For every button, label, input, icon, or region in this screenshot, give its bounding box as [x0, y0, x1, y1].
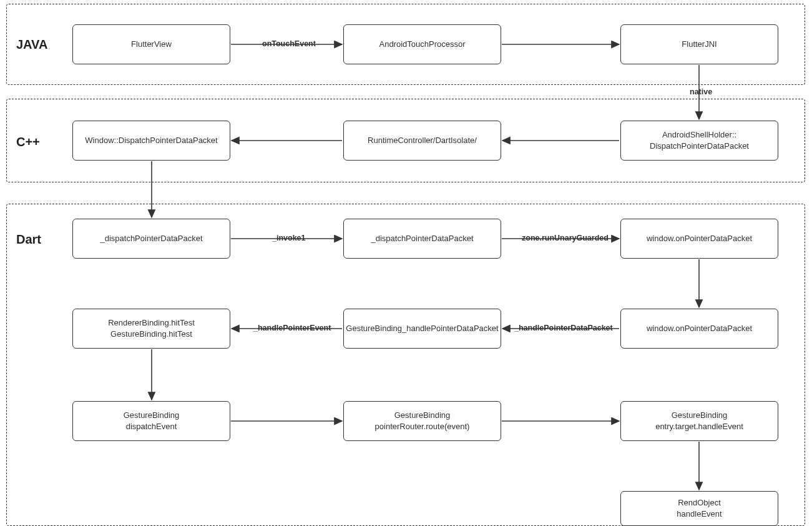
node-androidtouchprocessor: AndroidTouchProcessor: [343, 24, 501, 64]
node-label: RendererBinding.hitTest: [108, 317, 195, 329]
node-label: _dispatchPointerDataPacket: [371, 233, 473, 244]
node-flutterview: FlutterView: [72, 24, 230, 64]
section-java-label: JAVA: [16, 37, 47, 52]
node-gesture-handlepointer: GestureBinding_handlePointerDataPacket: [343, 309, 501, 349]
node-label: AndroidTouchProcessor: [379, 39, 465, 50]
node-label: pointerRouter.route(event): [375, 421, 470, 432]
node-label: dispatchEvent: [126, 421, 177, 432]
edge-label-zone: zone.runUnaryGuarded: [521, 234, 610, 242]
node-gesture-dispatchevent: GestureBinding dispatchEvent: [72, 401, 230, 441]
node-dispatchpointer-1: _dispatchPointerDataPacket: [72, 219, 230, 259]
node-gesture-pointerrouter: GestureBinding pointerRouter.route(event…: [343, 401, 501, 441]
node-label: GestureBinding_handlePointerDataPacket: [346, 323, 498, 334]
node-rendobject-handleevent: RendObject handleEvent: [620, 491, 778, 526]
node-window-onpointer-1: window.onPointerDataPacket: [620, 219, 778, 259]
node-flutterjni: FlutterJNI: [620, 24, 778, 64]
section-cpp-label: C++: [16, 135, 40, 149]
node-runtimecontroller: RuntimeController/DartIsolate/: [343, 121, 501, 161]
node-window-onpointer-2: window.onPointerDataPacket: [620, 309, 778, 349]
edge-label-ontouchevent: onTouchEvent: [261, 39, 317, 48]
node-androidshellholder: AndroidShellHolder:: DispatchPointerData…: [620, 121, 778, 161]
node-label: entry.target.handleEvent: [655, 421, 743, 432]
node-label: handleEvent: [677, 509, 722, 520]
node-label: FlutterView: [131, 39, 172, 50]
edge-label-native: native: [688, 87, 713, 96]
node-label: GestureBinding: [124, 410, 180, 421]
section-dart-label: Dart: [16, 232, 41, 247]
node-label: GestureBinding: [394, 410, 451, 421]
node-label: _dispatchPointerDataPacket: [100, 233, 202, 244]
node-label: Window::DispatchPointerDataPacket: [85, 135, 217, 146]
edge-label-invoke1: _invoke1: [271, 234, 307, 242]
node-gesture-handleevent: GestureBinding entry.target.handleEvent: [620, 401, 778, 441]
node-label: GestureBinding: [672, 410, 728, 421]
node-label: AndroidShellHolder::: [662, 129, 736, 141]
edge-label-handlepointerevent: _handlePointerEvent: [252, 324, 332, 332]
edge-label-handlepointerdatapacket: _handlePointerDataPacket: [513, 324, 614, 332]
node-label: RuntimeController/DartIsolate/: [368, 135, 477, 146]
node-window-dispatch: Window::DispatchPointerDataPacket: [72, 121, 230, 161]
node-label: RendObject: [678, 497, 721, 509]
node-label: window.onPointerDataPacket: [647, 233, 752, 244]
node-label: window.onPointerDataPacket: [647, 323, 752, 334]
node-label: DispatchPointerDataPacket: [650, 141, 749, 152]
node-label: GestureBinding.hitTest: [110, 329, 192, 340]
node-renderer-hittest: RendererBinding.hitTest GestureBinding.h…: [72, 309, 230, 349]
node-dispatchpointer-2: _dispatchPointerDataPacket: [343, 219, 501, 259]
node-label: FlutterJNI: [682, 39, 717, 50]
